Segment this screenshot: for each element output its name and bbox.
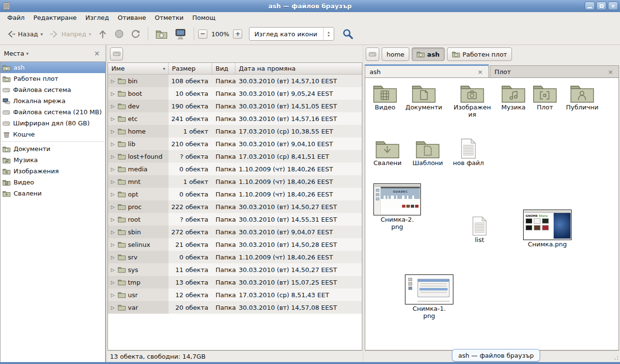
resize-grip[interactable] — [613, 354, 619, 360]
path-button-home[interactable]: home — [382, 47, 409, 61]
tree-row-sbin[interactable]: ▷sbin272 обектаПапка30.03.2010 (вт) 9,04… — [108, 226, 362, 238]
sidebar-item-trash[interactable]: Кошче — [0, 129, 105, 140]
computer-button[interactable] — [171, 26, 190, 42]
expander-icon[interactable]: ▷ — [111, 192, 116, 197]
expander-icon[interactable]: ▷ — [111, 91, 116, 96]
icon-item-image-snimka-2[interactable]: GUADECСнимка-2.png — [371, 183, 423, 231]
column-header-size[interactable]: Размер — [169, 63, 212, 74]
tree-row-var[interactable]: ▷var20 обектаПапка30.03.2010 (вт) 14,57,… — [108, 301, 362, 314]
expander-icon[interactable]: ▷ — [111, 292, 116, 298]
maximize-button[interactable] — [596, 1, 606, 10]
path-button-desktop[interactable]: Работен плот — [447, 47, 512, 61]
expander-icon[interactable]: ▷ — [111, 78, 116, 84]
titlebar[interactable]: ash — файлов браузър × — [0, 0, 620, 12]
tree-row-selinux[interactable]: ▷selinux21 обектаПапка30.03.2010 (вт) 14… — [108, 238, 362, 251]
icon-item-folder-templates[interactable]: Шаблони — [407, 138, 448, 167]
search-button[interactable] — [340, 26, 356, 42]
icon-item-file-new[interactable]: нов файл — [448, 138, 489, 167]
menu-item-help[interactable]: Помощ — [188, 13, 220, 22]
expander-icon[interactable]: ▷ — [111, 280, 116, 285]
minimize-button[interactable] — [585, 1, 595, 10]
column-header-name[interactable]: Име▾ — [108, 63, 169, 74]
sidebar-item-filesystem[interactable]: Файлова система — [0, 84, 105, 95]
forward-button[interactable]: Напред ▾ — [46, 27, 95, 41]
tree-row-opt[interactable]: ▷opt0 обектаПапка1.10.2009 (чт) 18,40,26… — [108, 188, 362, 200]
sidebar-item-network[interactable]: Локална мрежа — [0, 95, 105, 106]
path-button-ash[interactable]: ash — [412, 47, 445, 61]
view-mode-combo[interactable]: Изглед като икони ▴▾ — [249, 27, 334, 41]
tree-row-lost+found[interactable]: ▷lost+found? обектаПапка17.03.2010 (ср) … — [108, 150, 362, 163]
sidebar-item-home[interactable]: ash — [0, 62, 105, 73]
sidebar-item-desktop[interactable]: Работен плот — [0, 73, 105, 84]
close-button[interactable]: × — [608, 1, 618, 10]
icon-view[interactable]: ВидеоДокументиИзображенияМузикаПлотПубли… — [365, 77, 619, 350]
expander-icon[interactable]: ▷ — [111, 154, 116, 159]
icon-item-folder-documents[interactable]: Документи — [403, 83, 444, 111]
tab-close-icon[interactable]: × — [607, 68, 614, 76]
menu-item-file[interactable]: Файл — [3, 13, 29, 22]
column-header-type[interactable]: Вид — [212, 63, 235, 74]
sidebar-item-documents[interactable]: Документи — [0, 143, 105, 154]
tree-row-srv[interactable]: ▷srv0 обектаПапка1.10.2009 (чт) 18,40,26… — [108, 251, 362, 263]
home-button[interactable] — [152, 27, 171, 42]
tree-row-root[interactable]: ▷root? обектаПапка30.03.2010 (вт) 14,55,… — [108, 213, 362, 226]
icon-item-folder-pictures[interactable]: Изображения — [451, 83, 494, 119]
expander-icon[interactable]: ▷ — [111, 229, 116, 235]
tree-row-usr[interactable]: ▷usr12 обектаПапка17.03.2010 (ср) 8,51,4… — [108, 288, 362, 301]
menu-item-bookmarks[interactable]: Отметки — [150, 13, 187, 22]
expander-icon[interactable]: ▷ — [111, 179, 116, 184]
tree-row-lib[interactable]: ▷lib210 обектаПапка30.03.2010 (вт) 9,04,… — [108, 137, 362, 150]
tree-row-media[interactable]: ▷media0 обектаПапка1.10.2009 (чт) 18,40,… — [108, 163, 362, 175]
sidebar-item-downloads[interactable]: Свалени — [0, 188, 105, 199]
expander-icon[interactable]: ▷ — [111, 305, 116, 310]
expander-icon[interactable]: ▷ — [111, 267, 116, 273]
icon-item-file-list[interactable]: list — [462, 216, 497, 244]
back-dropdown-icon[interactable]: ▾ — [41, 31, 43, 37]
expander-icon[interactable]: ▷ — [111, 129, 116, 134]
icon-item-folder-desktop[interactable]: Плот — [526, 83, 564, 111]
expander-icon[interactable]: ▷ — [111, 217, 116, 222]
tree-root-button[interactable] — [110, 47, 123, 61]
zoom-out-button[interactable]: − — [198, 30, 207, 39]
column-header-date[interactable]: Дата на промяна — [235, 63, 362, 74]
icon-item-folder-videos[interactable]: Видео — [365, 83, 405, 111]
reload-button[interactable] — [127, 27, 144, 41]
sidebar-mode-selector[interactable]: Места ▾ — [4, 50, 29, 57]
expander-icon[interactable]: ▷ — [111, 204, 116, 210]
menu-item-edit[interactable]: Редактиране — [29, 13, 81, 22]
tree-row-sys[interactable]: ▷sys11 обектаПапка30.03.2010 (вт) 14,50,… — [108, 263, 362, 276]
tree-row-home[interactable]: ▷home1 обектПапка17.03.2010 (ср) 10,38,5… — [108, 125, 362, 137]
icon-item-folder-downloads[interactable]: Свалени — [367, 138, 408, 167]
expander-icon[interactable]: ▷ — [111, 167, 116, 172]
tree-row-tmp[interactable]: ▷tmp13 обектаПапка30.03.2010 (вт) 15,07,… — [108, 276, 362, 288]
expander-icon[interactable]: ▷ — [111, 116, 116, 121]
icon-item-folder-public[interactable]: Публични — [561, 83, 604, 111]
expander-icon[interactable]: ▷ — [111, 255, 116, 260]
expander-icon[interactable]: ▷ — [111, 242, 116, 247]
tab-плот[interactable]: Плот× — [490, 65, 619, 77]
tree-row-boot[interactable]: ▷boot10 обектаПапка30.03.2010 (вт) 9,05,… — [108, 87, 362, 100]
sidebar-item-pictures[interactable]: Изображения — [0, 166, 105, 177]
icon-item-image-snimka-1[interactable]: Снимка-1.png — [402, 274, 456, 320]
up-button[interactable] — [94, 27, 111, 41]
sidebar-item-volume-210mb[interactable]: Файлова система (210 MB) — [0, 106, 105, 118]
menu-item-view[interactable]: Изглед — [81, 13, 113, 22]
tab-close-icon[interactable]: × — [477, 68, 484, 76]
sidebar-item-encrypted-80gb[interactable]: Шифриран дял (80 GB) — [0, 118, 105, 129]
zoom-in-button[interactable]: + — [233, 30, 242, 39]
tab-ash[interactable]: ash× — [365, 64, 489, 77]
icon-item-image-snimka[interactable]: GNOME StoreСнимка.png — [520, 210, 574, 248]
sidebar-item-music[interactable]: Музика — [0, 154, 105, 166]
tree-row-proc[interactable]: ▷proc222 обектаПапка30.03.2010 (вт) 14,5… — [108, 200, 362, 213]
stop-button[interactable] — [111, 27, 127, 41]
expander-icon[interactable]: ▷ — [111, 141, 116, 147]
tree-row-etc[interactable]: ▷etc241 обектаПапка30.03.2010 (вт) 14,57… — [108, 112, 362, 125]
sidebar-item-videos[interactable]: Видео — [0, 177, 105, 188]
tree-row-mnt[interactable]: ▷mnt1 обектПапка1.10.2009 (чт) 18,40,26 … — [108, 175, 362, 188]
back-button[interactable]: Назад ▾ — [3, 27, 46, 41]
tree-row-dev[interactable]: ▷dev190 обектаПапка30.03.2010 (вт) 14,51… — [108, 100, 362, 112]
path-button-filesystem[interactable] — [366, 47, 379, 61]
expander-icon[interactable]: ▷ — [111, 104, 116, 109]
sidebar-close-icon[interactable]: × — [92, 49, 102, 57]
menu-item-go[interactable]: Отиване — [113, 13, 150, 22]
